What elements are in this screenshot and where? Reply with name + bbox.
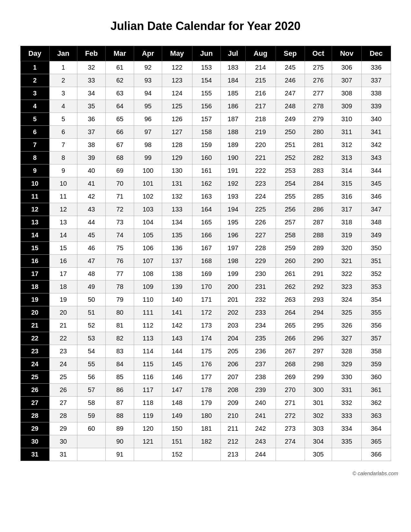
- cell-jan: 25: [49, 371, 77, 384]
- cell-sep: 253: [276, 164, 305, 177]
- column-header-nov: Nov: [332, 46, 362, 61]
- cell-aug: 234: [245, 319, 276, 332]
- cell-jun: 159: [192, 139, 220, 152]
- cell-feb: 48: [77, 268, 106, 281]
- cell-sep: 245: [276, 61, 305, 74]
- cell-sep: 261: [276, 268, 305, 281]
- cell-dec: 348: [362, 216, 391, 229]
- cell-jan: 1: [49, 61, 77, 74]
- cell-aug: 237: [245, 358, 276, 371]
- cell-day: 31: [20, 448, 49, 461]
- cell-dec: 347: [362, 203, 391, 216]
- cell-oct: 295: [305, 319, 332, 332]
- cell-feb: 44: [77, 216, 106, 229]
- cell-nov: 310: [332, 113, 362, 126]
- cell-jan: 12: [49, 203, 77, 216]
- cell-feb: [77, 448, 106, 461]
- cell-jan: 3: [49, 87, 77, 100]
- footer-copyright: © calendarlabs.com: [352, 471, 398, 477]
- cell-apr: 117: [134, 384, 162, 397]
- cell-jan: 14: [49, 229, 77, 242]
- cell-apr: 112: [134, 319, 162, 332]
- cell-mar: 69: [106, 164, 134, 177]
- cell-jul: 185: [220, 87, 245, 100]
- cell-mar: 90: [106, 435, 134, 448]
- cell-feb: 47: [77, 255, 106, 268]
- cell-nov: 330: [332, 371, 362, 384]
- cell-nov: 317: [332, 203, 362, 216]
- cell-oct: 281: [305, 139, 332, 152]
- cell-jul: 184: [220, 74, 245, 87]
- cell-oct: 286: [305, 203, 332, 216]
- cell-may: 131: [162, 177, 192, 190]
- cell-apr: 109: [134, 281, 162, 293]
- cell-feb: 39: [77, 152, 106, 164]
- cell-nov: 334: [332, 422, 362, 435]
- cell-mar: 83: [106, 345, 134, 358]
- cell-jan: 30: [49, 435, 77, 448]
- cell-jul: 207: [220, 371, 245, 384]
- cell-dec: 340: [362, 113, 391, 126]
- cell-dec: 363: [362, 409, 391, 422]
- cell-jun: 175: [192, 345, 220, 358]
- cell-aug: 232: [245, 293, 276, 306]
- cell-oct: 275: [305, 61, 332, 74]
- cell-dec: 342: [362, 139, 391, 152]
- cell-jun: 166: [192, 229, 220, 242]
- cell-nov: 309: [332, 100, 362, 113]
- cell-mar: 74: [106, 229, 134, 242]
- table-row: 29296089120150181211242273303334364: [20, 422, 391, 435]
- table-row: 22225382113143174204235266296327357: [20, 332, 391, 345]
- cell-oct: 288: [305, 229, 332, 242]
- cell-day: 14: [20, 229, 49, 242]
- cell-nov: 318: [332, 216, 362, 229]
- cell-aug: 242: [245, 422, 276, 435]
- cell-jul: 203: [220, 319, 245, 332]
- cell-day: 24: [20, 358, 49, 371]
- cell-may: 141: [162, 306, 192, 319]
- cell-oct: 303: [305, 422, 332, 435]
- cell-feb: 41: [77, 177, 106, 190]
- cell-may: 138: [162, 268, 192, 281]
- cell-feb: 54: [77, 345, 106, 358]
- cell-feb: 57: [77, 384, 106, 397]
- cell-mar: 65: [106, 113, 134, 126]
- cell-jan: 13: [49, 216, 77, 229]
- cell-oct: 287: [305, 216, 332, 229]
- cell-jul: 212: [220, 435, 245, 448]
- cell-jul: 189: [220, 139, 245, 152]
- cell-jun: 169: [192, 268, 220, 281]
- cell-mar: 61: [106, 61, 134, 74]
- cell-apr: 94: [134, 87, 162, 100]
- cell-mar: 77: [106, 268, 134, 281]
- cell-nov: 311: [332, 126, 362, 139]
- cell-dec: 338: [362, 87, 391, 100]
- cell-dec: 349: [362, 229, 391, 242]
- cell-apr: 106: [134, 242, 162, 255]
- cell-oct: 278: [305, 100, 332, 113]
- cell-aug: 223: [245, 177, 276, 190]
- cell-nov: [332, 448, 362, 461]
- table-row: 66376697127158188219250280311341: [20, 126, 391, 139]
- cell-mar: 87: [106, 397, 134, 409]
- cell-nov: 331: [332, 384, 362, 397]
- cell-day: 2: [20, 74, 49, 87]
- cell-aug: 220: [245, 139, 276, 152]
- cell-jan: 8: [49, 152, 77, 164]
- cell-jan: 17: [49, 268, 77, 281]
- table-row: 11326192122153183214245275306336: [20, 61, 391, 74]
- cell-jun: 157: [192, 113, 220, 126]
- cell-jul: 209: [220, 397, 245, 409]
- cell-jun: 158: [192, 126, 220, 139]
- cell-jun: 172: [192, 306, 220, 319]
- cell-feb: 42: [77, 190, 106, 203]
- cell-feb: 40: [77, 164, 106, 177]
- cell-day: 29: [20, 422, 49, 435]
- cell-jun: 180: [192, 409, 220, 422]
- table-row: 88396899129160190221252282313343: [20, 152, 391, 164]
- cell-jun: 164: [192, 203, 220, 216]
- cell-mar: 82: [106, 332, 134, 345]
- cell-jul: 192: [220, 177, 245, 190]
- cell-aug: 228: [245, 242, 276, 255]
- cell-apr: 107: [134, 255, 162, 268]
